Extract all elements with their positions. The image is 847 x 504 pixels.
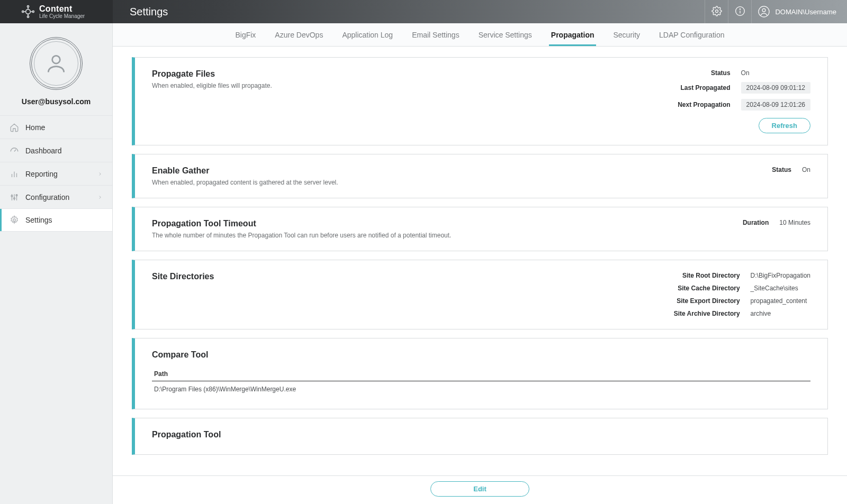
footer: Edit: [113, 475, 847, 504]
compare-path-value: D:\Program Files (x86)\WinMerge\WinMerge…: [152, 381, 810, 397]
card-title: Propagate Files: [152, 69, 678, 79]
user-label: DOMAIN\Username: [775, 8, 836, 16]
settings-scroll[interactable]: Propagate Files When enabled, eligible f…: [113, 47, 847, 475]
refresh-button[interactable]: Refresh: [759, 118, 810, 133]
card-propagate-files: Propagate Files When enabled, eligible f…: [132, 57, 828, 145]
chart-icon: [10, 169, 19, 179]
dir-value: D:\BigFixPropagation: [751, 272, 810, 279]
tabbar: BigFix Azure DevOps Application Log Emai…: [113, 23, 847, 47]
svg-point-4: [32, 11, 34, 12]
brand: Content Life Cycle Manager: [0, 0, 113, 23]
tab-azure-devops[interactable]: Azure DevOps: [273, 25, 325, 46]
home-icon: [10, 123, 19, 132]
edit-button[interactable]: Edit: [430, 481, 529, 497]
card-desc: When enabled, eligible files will propag…: [152, 82, 678, 89]
brand-logo-icon: [21, 5, 35, 19]
nav-label: Home: [25, 123, 45, 132]
svg-point-8: [740, 8, 740, 9]
sidebar: User@busysol.com Home Dashboard Reportin…: [0, 23, 113, 504]
dir-value: propagated_content: [751, 297, 810, 305]
user-menu[interactable]: DOMAIN\Username: [751, 0, 847, 23]
gauge-icon: [10, 146, 19, 155]
card-title: Propagation Tool Timeout: [152, 219, 743, 228]
nav-label: Dashboard: [25, 146, 62, 155]
nav-home[interactable]: Home: [0, 115, 112, 139]
svg-point-5: [715, 10, 718, 12]
card-site-directories: Site Directories Site Root Directory D:\…: [132, 260, 828, 329]
status-value: On: [741, 69, 810, 77]
status-label: Status: [772, 166, 791, 173]
nav-dashboard[interactable]: Dashboard: [0, 139, 112, 162]
nav-reporting[interactable]: Reporting: [0, 162, 112, 185]
next-propagation-value: 2024-08-09 12:01:26: [741, 99, 810, 111]
nav-configuration[interactable]: Configuration: [0, 185, 112, 208]
duration-label: Duration: [743, 219, 769, 226]
nav-list: Home Dashboard Reporting: [0, 115, 112, 232]
info-icon: [735, 6, 745, 18]
gear-icon: [10, 215, 19, 225]
topbar: Content Life Cycle Manager Settings: [0, 0, 847, 23]
card-title: Compare Tool: [152, 350, 810, 360]
page-title: Settings: [130, 6, 168, 18]
card-title: Enable Gather: [152, 166, 772, 176]
svg-point-0: [26, 10, 31, 14]
content: BigFix Azure DevOps Application Log Emai…: [113, 23, 847, 504]
status-value: On: [802, 166, 810, 173]
sliders-icon: [10, 193, 19, 202]
tab-propagation[interactable]: Propagation: [549, 25, 597, 46]
tab-application-log[interactable]: Application Log: [340, 25, 395, 46]
info-button[interactable]: [728, 0, 751, 23]
svg-line-12: [14, 149, 16, 151]
next-propagation-label: Next Propagation: [678, 101, 730, 108]
card-propagation-tool: Propagation Tool: [132, 418, 828, 455]
tab-security[interactable]: Security: [611, 25, 642, 46]
dir-label: Site Export Directory: [674, 297, 740, 305]
nav-label: Settings: [25, 216, 52, 224]
svg-point-22: [13, 219, 16, 222]
svg-point-11: [52, 56, 60, 63]
dir-label: Site Root Directory: [674, 272, 740, 279]
tab-ldap-config[interactable]: LDAP Configuration: [657, 25, 726, 46]
card-title: Site Directories: [152, 272, 674, 281]
chevron-right-icon: [97, 193, 103, 201]
card-compare-tool: Compare Tool Path D:\Program Files (x86)…: [132, 338, 828, 409]
last-propagated-value: 2024-08-09 09:01:12: [741, 82, 810, 94]
nav-label: Reporting: [25, 170, 58, 178]
card-desc: When enabled, propagated content is gath…: [152, 179, 772, 186]
settings-button[interactable]: [705, 0, 728, 23]
last-propagated-label: Last Propagated: [678, 84, 730, 91]
duration-value: 10 Minutes: [779, 219, 810, 226]
gear-icon: [711, 6, 722, 18]
tab-email-settings[interactable]: Email Settings: [410, 25, 461, 46]
card-enable-gather: Enable Gather When enabled, propagated c…: [132, 154, 828, 198]
svg-point-2: [27, 16, 29, 17]
user-avatar-icon: [758, 6, 770, 17]
card-title: Propagation Tool: [152, 430, 810, 439]
profile-block: User@busysol.com: [0, 23, 112, 115]
profile-avatar: [30, 37, 83, 90]
dir-value: _SiteCache\sites: [751, 285, 810, 292]
chevron-right-icon: [97, 170, 103, 178]
nav-label: Configuration: [25, 193, 69, 201]
svg-point-3: [22, 11, 24, 12]
profile-email: User@busysol.com: [0, 97, 112, 106]
svg-point-1: [27, 6, 29, 7]
compare-path-header: Path: [152, 367, 810, 381]
nav-settings[interactable]: Settings: [0, 208, 112, 232]
tab-service-settings[interactable]: Service Settings: [476, 25, 534, 46]
brand-subtitle: Life Cycle Manager: [39, 13, 85, 19]
tab-bigfix[interactable]: BigFix: [233, 25, 258, 46]
svg-point-10: [762, 8, 765, 12]
card-desc: The whole number of minutes the Propagat…: [152, 232, 743, 239]
dir-value: archive: [751, 310, 810, 317]
status-label: Status: [678, 69, 730, 77]
dir-label: Site Cache Directory: [674, 285, 740, 292]
brand-title: Content: [39, 4, 85, 14]
card-timeout: Propagation Tool Timeout The whole numbe…: [132, 207, 828, 251]
dir-label: Site Archive Directory: [674, 310, 740, 317]
